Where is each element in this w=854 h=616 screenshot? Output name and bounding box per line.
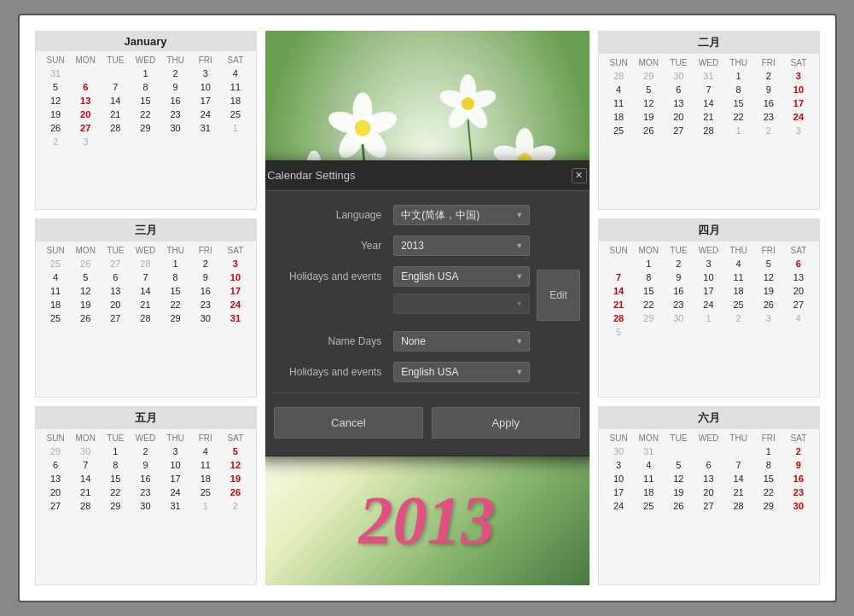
cal-header-sun: SUN xyxy=(41,432,71,445)
table-row: 20 xyxy=(783,284,813,298)
table-row: 7 xyxy=(723,458,753,472)
table-row: 30 xyxy=(783,499,813,513)
june-grid: SUN MON TUE WED THU FRI SAT 30 31 1 2 3 … xyxy=(599,429,819,515)
cancel-button[interactable]: Cancel xyxy=(274,407,422,439)
table-row: 1 xyxy=(220,121,250,135)
holidays-select-1[interactable]: English USA xyxy=(393,266,530,287)
table-row: 4 xyxy=(604,83,634,96)
holidays-select-wrapper-bottom: English USA xyxy=(393,362,530,382)
holidays-select-2[interactable] xyxy=(393,293,530,314)
table-row: 5 xyxy=(71,270,101,284)
table-row: 4 xyxy=(190,445,220,458)
table-row: 14 xyxy=(723,472,753,485)
table-row: 14 xyxy=(694,96,723,110)
table-row: 3 xyxy=(783,69,813,83)
table-row: 15 xyxy=(723,96,753,110)
table-row: 15 xyxy=(101,472,131,485)
table-row: 27 xyxy=(101,311,131,325)
table-row: 17 xyxy=(160,472,190,485)
calendar-june: 六月 SUN MON TUE WED THU FRI SAT 30 31 1 2… xyxy=(598,406,820,585)
table-row: 3 xyxy=(190,67,220,80)
table-row: 8 xyxy=(634,270,664,284)
table-row: 9 xyxy=(753,83,783,96)
table-row: 25 xyxy=(634,499,664,513)
table-row: 2 xyxy=(190,257,220,270)
table-row: 24 xyxy=(220,298,250,311)
table-row xyxy=(664,445,694,458)
table-row: 25 xyxy=(723,298,753,311)
table-row: 7 xyxy=(71,458,101,472)
table-row: 31 xyxy=(41,67,71,80)
table-row: 17 xyxy=(190,94,220,108)
year-select-wrapper: 2013 xyxy=(393,235,530,256)
table-row: 19 xyxy=(220,472,250,485)
year-label: Year xyxy=(274,240,393,252)
table-row: 1 xyxy=(101,445,131,458)
language-select[interactable]: 中文(简体，中国) xyxy=(393,205,530,225)
table-row: 23 xyxy=(190,298,220,311)
main-container: January SUN MON TUE WED THU FRI SAT 31 1… xyxy=(18,14,837,602)
holidays-label-1: Holidays and events xyxy=(274,270,393,282)
table-row: 19 xyxy=(634,110,664,124)
table-row: 5 xyxy=(220,445,250,458)
table-row: 2 xyxy=(723,311,753,325)
cal-header-sat: SAT xyxy=(783,432,813,445)
year-select[interactable]: 2013 xyxy=(393,235,530,256)
table-row: 16 xyxy=(783,472,813,485)
edit-button[interactable]: Edit xyxy=(537,270,580,321)
cal-header-sun: SUN xyxy=(604,244,634,257)
cal-header-fri: FRI xyxy=(753,244,783,257)
table-row: 10 xyxy=(783,83,813,96)
table-row: 23 xyxy=(160,108,190,121)
table-row: 18 xyxy=(220,94,250,108)
cal-header-tue: TUE xyxy=(101,244,131,257)
table-row: 14 xyxy=(71,472,101,485)
name-days-row: Name Days None xyxy=(274,331,580,352)
table-row: 5 xyxy=(753,257,783,270)
table-row: 1 xyxy=(160,257,190,270)
cal-header-mon: MON xyxy=(634,56,664,69)
table-row: 11 xyxy=(220,80,250,94)
dialog-close-button[interactable]: ✕ xyxy=(572,168,587,183)
table-row: 14 xyxy=(604,284,634,298)
table-row xyxy=(723,445,753,458)
table-row: 28 xyxy=(604,311,634,325)
march-header: 三月 xyxy=(36,219,256,241)
table-row: 31 xyxy=(160,499,190,513)
dialog-title: Calendar Settings xyxy=(267,169,355,182)
table-row: 10 xyxy=(190,80,220,94)
cal-header-thu: THU xyxy=(723,56,753,69)
table-row: 7 xyxy=(604,270,634,284)
table-row: 28 xyxy=(604,69,634,83)
cal-header-mon: MON xyxy=(634,244,664,257)
table-row: 1 xyxy=(694,311,723,325)
apply-button[interactable]: Apply xyxy=(432,407,580,439)
cal-header-thu: THU xyxy=(160,54,190,67)
table-row: 3 xyxy=(160,445,190,458)
table-row: 21 xyxy=(131,298,160,311)
table-row: 12 xyxy=(71,284,101,298)
table-row: 4 xyxy=(723,257,753,270)
cal-header-tue: TUE xyxy=(101,432,131,445)
calendar-settings-dialog: Calendar Settings ✕ Language 中文(简体，中国) xyxy=(265,160,590,456)
table-row: 17 xyxy=(604,485,634,499)
table-row: 25 xyxy=(220,108,250,121)
table-row: 26 xyxy=(753,298,783,311)
holidays-select-bottom[interactable]: English USA xyxy=(393,362,530,382)
table-row: 16 xyxy=(664,284,694,298)
table-row xyxy=(71,67,101,80)
cal-header-wed: WED xyxy=(694,432,723,445)
table-row: 9 xyxy=(131,458,160,472)
table-row: 26 xyxy=(664,499,694,513)
table-row: 7 xyxy=(131,270,160,284)
table-row: 2 xyxy=(160,67,190,80)
table-row: 8 xyxy=(101,458,131,472)
table-row: 30 xyxy=(664,311,694,325)
cal-header-wed: WED xyxy=(694,56,723,69)
name-days-select[interactable]: None xyxy=(393,331,530,352)
table-row: 23 xyxy=(131,485,160,499)
name-days-select-wrapper: None xyxy=(393,331,530,352)
table-row: 11 xyxy=(634,472,664,485)
january-header: January xyxy=(36,32,256,51)
table-row: 6 xyxy=(664,83,694,96)
